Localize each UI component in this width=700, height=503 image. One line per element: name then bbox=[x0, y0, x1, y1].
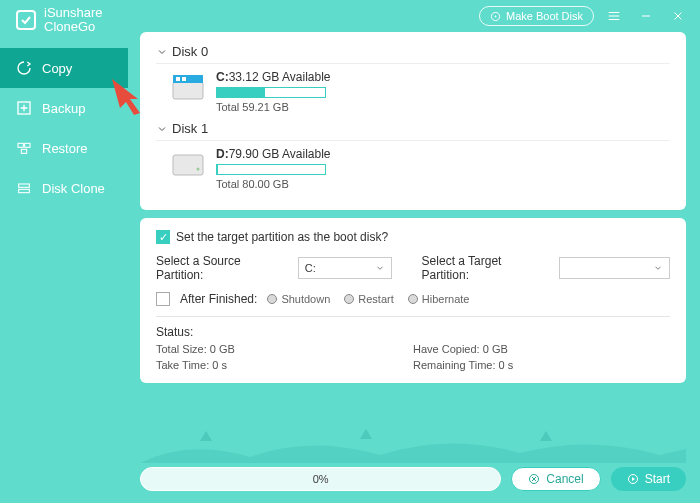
svg-rect-7 bbox=[19, 184, 30, 187]
copy-icon bbox=[16, 60, 32, 76]
cancel-button[interactable]: Cancel bbox=[511, 467, 600, 491]
svg-point-14 bbox=[197, 168, 200, 171]
chevron-down-icon bbox=[156, 46, 168, 58]
close-icon bbox=[672, 10, 684, 22]
backup-icon bbox=[16, 100, 32, 116]
boot-checkbox[interactable]: ✓ bbox=[156, 230, 170, 244]
hamburger-icon bbox=[607, 9, 621, 23]
svg-rect-13 bbox=[173, 155, 203, 175]
source-label: Select a Source Partition: bbox=[156, 254, 288, 282]
close-button[interactable] bbox=[666, 4, 690, 28]
usage-bar bbox=[216, 164, 326, 175]
drive-icon bbox=[172, 151, 204, 177]
decorative-hills bbox=[140, 429, 686, 463]
part-total: Total 80.00 GB bbox=[216, 178, 331, 190]
svg-rect-5 bbox=[25, 143, 30, 147]
disk-header[interactable]: Disk 0 bbox=[156, 44, 670, 64]
menu-button[interactable] bbox=[602, 4, 626, 28]
part-letter: C: bbox=[216, 70, 229, 84]
disk-clone-icon bbox=[16, 180, 32, 196]
status-take-time: Take Time: 0 s bbox=[156, 359, 413, 371]
target-select[interactable] bbox=[559, 257, 670, 279]
drive-icon bbox=[172, 74, 204, 100]
radio-hibernate[interactable]: Hibernate bbox=[408, 293, 470, 305]
disc-icon bbox=[490, 11, 501, 22]
svg-rect-0 bbox=[17, 11, 35, 29]
part-letter: D: bbox=[216, 147, 229, 161]
footer: 0% Cancel Start bbox=[140, 467, 686, 491]
minimize-icon bbox=[640, 10, 652, 22]
part-avail: 79.90 GB Available bbox=[229, 147, 331, 161]
radio-shutdown[interactable]: Shutdown bbox=[267, 293, 330, 305]
brand-line2: CloneGo bbox=[44, 20, 103, 34]
sidebar-label: Restore bbox=[42, 141, 88, 156]
svg-rect-8 bbox=[19, 189, 30, 192]
annotation-arrow-icon bbox=[108, 75, 148, 115]
brand-line1: iSunshare bbox=[44, 6, 103, 20]
start-button[interactable]: Start bbox=[611, 467, 686, 491]
radio-restart[interactable]: Restart bbox=[344, 293, 393, 305]
minimize-button[interactable] bbox=[634, 4, 658, 28]
logo-icon bbox=[14, 8, 38, 32]
sidebar-label: Backup bbox=[42, 101, 85, 116]
svg-rect-11 bbox=[176, 77, 180, 81]
disk-header[interactable]: Disk 1 bbox=[156, 121, 670, 141]
status-total-size: Total Size: 0 GB bbox=[156, 343, 413, 355]
main-panel: Disk 0 C:33.12 GB Available Total 59.21 … bbox=[140, 32, 686, 391]
make-boot-disk-button[interactable]: Make Boot Disk bbox=[479, 6, 594, 26]
play-icon bbox=[627, 473, 639, 485]
sidebar-label: Disk Clone bbox=[42, 181, 105, 196]
sidebar: Copy Backup Restore Disk Clone bbox=[0, 48, 128, 208]
make-boot-label: Make Boot Disk bbox=[506, 10, 583, 22]
part-avail: 33.12 GB Available bbox=[229, 70, 331, 84]
chevron-down-icon bbox=[653, 263, 663, 273]
app-logo: iSunshareCloneGo bbox=[14, 6, 103, 34]
partition-row[interactable]: D:79.90 GB Available Total 80.00 GB bbox=[156, 147, 670, 190]
svg-rect-4 bbox=[18, 143, 23, 147]
titlebar: Make Boot Disk bbox=[0, 0, 700, 32]
sidebar-label: Copy bbox=[42, 61, 72, 76]
progress-bar: 0% bbox=[140, 467, 501, 491]
boot-label: Set the target partition as the boot dis… bbox=[176, 230, 388, 244]
options-card: ✓ Set the target partition as the boot d… bbox=[140, 218, 686, 383]
sidebar-item-restore[interactable]: Restore bbox=[0, 128, 128, 168]
partition-row[interactable]: C:33.12 GB Available Total 59.21 GB bbox=[156, 70, 670, 113]
status-remaining: Remaining Time: 0 s bbox=[413, 359, 670, 371]
cancel-icon bbox=[528, 473, 540, 485]
chevron-down-icon bbox=[156, 123, 168, 135]
part-total: Total 59.21 GB bbox=[216, 101, 331, 113]
source-select[interactable]: C: bbox=[298, 257, 392, 279]
svg-rect-6 bbox=[21, 149, 26, 153]
svg-point-2 bbox=[495, 15, 497, 17]
status-title: Status: bbox=[156, 325, 670, 339]
sidebar-item-disk-clone[interactable]: Disk Clone bbox=[0, 168, 128, 208]
chevron-down-icon bbox=[375, 263, 385, 273]
svg-rect-9 bbox=[173, 82, 203, 99]
after-label: After Finished: bbox=[180, 292, 257, 306]
status-have-copied: Have Copied: 0 GB bbox=[413, 343, 670, 355]
disks-card: Disk 0 C:33.12 GB Available Total 59.21 … bbox=[140, 32, 686, 210]
after-checkbox[interactable] bbox=[156, 292, 170, 306]
disk-name: Disk 1 bbox=[172, 121, 208, 136]
restore-icon bbox=[16, 140, 32, 156]
target-label: Select a Target Partition: bbox=[422, 254, 549, 282]
usage-bar bbox=[216, 87, 326, 98]
svg-rect-12 bbox=[182, 77, 186, 81]
disk-name: Disk 0 bbox=[172, 44, 208, 59]
